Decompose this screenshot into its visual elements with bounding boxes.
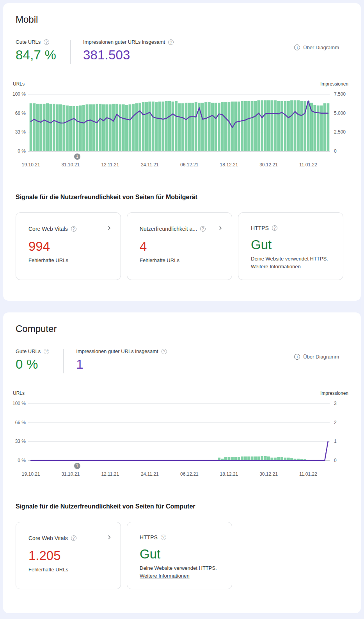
failing-urls-label: Fehlerhafte URLs — [140, 257, 224, 263]
mobile-chart: URLsImpressionen100 %7.50066 %5.00033 %2… — [3, 81, 361, 169]
y-axis-tick-label-right: 1 — [334, 438, 337, 444]
y-axis-tick-label-left: 0 % — [3, 457, 26, 464]
chevron-right-icon[interactable] — [217, 225, 224, 233]
card-title: Core Web Vitals — [28, 535, 68, 542]
good-urls-value: 0 % — [16, 356, 49, 373]
x-axis-date-label: 31.10.21 — [55, 471, 86, 477]
y-axis-tick-label-left: 100 % — [3, 91, 26, 97]
help-icon[interactable] — [272, 225, 277, 231]
x-axis-date-label: 30.12.21 — [253, 471, 284, 477]
help-icon[interactable] — [71, 226, 76, 232]
chart-plot-area[interactable] — [29, 403, 330, 460]
impressions-stat: Impressionen guter URLs insgesamt 1 — [76, 348, 167, 373]
https-description: Deine Website verwendet HTTPS. — [251, 255, 335, 263]
chevron-right-icon[interactable] — [106, 225, 113, 233]
failing-urls-count: 1.205 — [28, 548, 113, 564]
learn-more-link[interactable]: Weitere Informationen — [140, 573, 190, 579]
impressions-label: Impressionen guter URLs insgesamt — [83, 39, 165, 45]
impressions-stat: Impressionen guter URLs insgesamt 381.50… — [83, 39, 174, 63]
desktop-chart: URLsImpressionen100 %366 %233 %10 %0119.… — [3, 391, 361, 478]
annotation-marker[interactable]: 1 — [74, 153, 80, 160]
failing-urls-label: Fehlerhafte URLs — [28, 567, 113, 573]
learn-more-link[interactable]: Weitere Informationen — [251, 264, 301, 269]
y-axis-title-right: Impressionen — [320, 81, 348, 87]
y-axis-tick-label-right: 7.500 — [334, 91, 346, 97]
y-axis-tick-label-right: 5.000 — [334, 110, 346, 116]
page-usability-card[interactable]: Nutzerfreundlichkeit a... 4 Fehlerhafte … — [127, 212, 232, 280]
card-title-row: Core Web Vitals — [28, 534, 113, 542]
section-title-desktop: Computer — [16, 323, 361, 334]
x-axis-date-label: 19.10.21 — [15, 471, 46, 477]
card-title-row: HTTPS — [140, 534, 224, 541]
section-title-mobile: Mobil — [16, 14, 361, 25]
y-axis-tick-label-left: 100 % — [3, 400, 26, 407]
https-description: Deine Website verwendet HTTPS. — [140, 564, 224, 572]
good-urls-label-row: Gute URLs — [16, 39, 56, 45]
impressions-label: Impressionen guter URLs insgesamt — [76, 348, 158, 355]
good-urls-stat: Gute URLs 84,7 % — [16, 39, 56, 63]
mobile-section: Mobil Gute URLs 84,7 % Impressionen gute… — [3, 3, 361, 301]
card-title-row: Nutzerfreundlichkeit a... — [140, 225, 224, 233]
failing-urls-label: Fehlerhafte URLs — [28, 257, 113, 263]
stats-divider — [63, 349, 64, 373]
signals-title-desktop: Signale für die Nutzerfreundlichkeit von… — [16, 502, 361, 511]
y-axis-title-left: URLs — [3, 81, 25, 87]
desktop-section: Computer Gute URLs 0 % Impressionen gute… — [3, 312, 361, 613]
desktop-stats-row: Gute URLs 0 % Impressionen guter URLs in… — [3, 348, 361, 373]
x-axis-date-label: 19.10.21 — [15, 162, 46, 168]
help-icon[interactable] — [162, 349, 167, 354]
card-title: Nutzerfreundlichkeit a... — [140, 225, 197, 232]
good-urls-label: Gute URLs — [16, 348, 41, 355]
y-axis-tick-label-right: 2 — [334, 419, 337, 426]
about-chart-label: Über Diagramm — [303, 45, 339, 50]
https-card: HTTPS Gut Deine Website verwendet HTTPS.… — [127, 522, 232, 589]
impressions-label-row: Impressionen guter URLs insgesamt — [76, 348, 167, 355]
help-icon[interactable] — [200, 226, 206, 232]
help-icon[interactable] — [161, 535, 166, 540]
annotation-marker[interactable]: 1 — [74, 463, 80, 469]
help-icon[interactable] — [44, 39, 49, 45]
y-axis-tick-label-left: 33 % — [3, 129, 26, 135]
y-axis-tick-label-left: 66 % — [3, 110, 26, 116]
y-axis-title-right: Impressionen — [320, 391, 348, 396]
help-icon[interactable] — [71, 535, 76, 541]
card-title-row: HTTPS — [251, 225, 335, 232]
desktop-signal-cards: Core Web Vitals 1.205 Fehlerhafte URLs H… — [3, 522, 361, 589]
core-web-vitals-card[interactable]: Core Web Vitals 994 Fehlerhafte URLs — [16, 212, 121, 280]
impressions-label-row: Impressionen guter URLs insgesamt — [83, 39, 174, 45]
about-chart-link[interactable]: Über Diagramm — [294, 354, 339, 360]
help-icon[interactable] — [168, 39, 174, 45]
x-axis-date-label: 12.11.21 — [94, 471, 126, 477]
about-chart-link[interactable]: Über Diagramm — [294, 45, 339, 50]
x-axis-date-label: 31.10.21 — [55, 162, 86, 168]
chevron-right-icon[interactable] — [106, 534, 113, 542]
x-axis-date-label: 12.11.21 — [94, 162, 126, 168]
info-icon — [294, 45, 300, 50]
core-web-vitals-card[interactable]: Core Web Vitals 1.205 Fehlerhafte URLs — [16, 522, 121, 589]
x-axis-date-label: 06.12.21 — [174, 471, 205, 477]
mobile-stats-row: Gute URLs 84,7 % Impressionen guter URLs… — [3, 39, 361, 64]
chart-plot-area[interactable] — [29, 94, 330, 151]
y-axis-tick-label-left: 66 % — [3, 419, 26, 426]
y-axis-tick-label-right: 3 — [334, 400, 337, 407]
card-title-row: Core Web Vitals — [28, 225, 113, 233]
card-title: HTTPS — [140, 534, 158, 541]
x-axis-date-label: 18.12.21 — [213, 162, 245, 168]
https-card: HTTPS Gut Deine Website verwendet HTTPS.… — [238, 212, 343, 280]
x-axis-date-label: 06.12.21 — [174, 162, 205, 168]
x-axis-date-label: 24.11.21 — [134, 471, 165, 477]
y-axis-tick-label-right: 0 — [334, 457, 337, 464]
about-chart-label: Über Diagramm — [303, 354, 339, 360]
y-axis-tick-label-left: 0 % — [3, 148, 26, 154]
y-axis-tick-label-right: 2.500 — [334, 129, 346, 135]
help-icon[interactable] — [44, 349, 49, 354]
y-axis-title-left: URLs — [3, 391, 25, 396]
good-urls-stat: Gute URLs 0 % — [16, 348, 49, 373]
info-icon — [294, 354, 300, 360]
signals-title-mobile: Signale für die Nutzerfreundlichkeit von… — [16, 193, 361, 202]
x-axis-date-label: 24.11.21 — [134, 162, 165, 168]
failing-urls-count: 4 — [140, 239, 224, 254]
x-axis-date-label: 11.01.22 — [293, 162, 324, 168]
https-status: Gut — [140, 546, 224, 562]
x-axis-date-label: 30.12.21 — [253, 162, 284, 168]
